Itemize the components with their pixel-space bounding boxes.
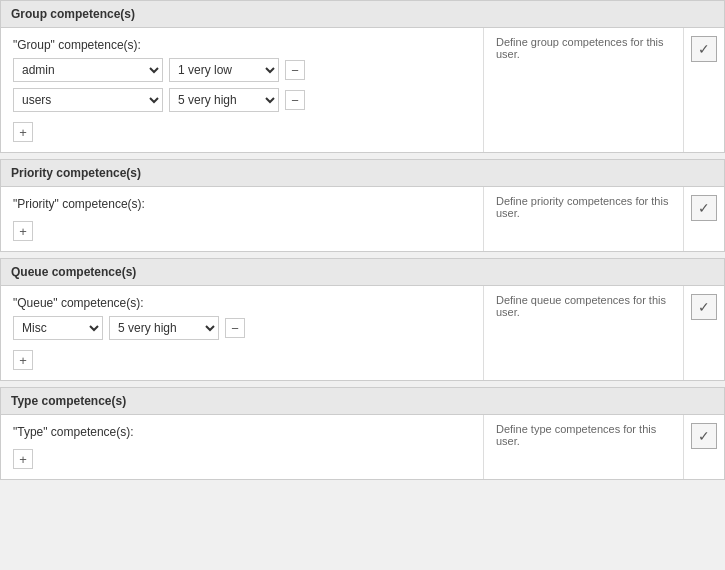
section-header-group: Group competence(s) [1, 1, 724, 28]
check-button-priority[interactable]: ✓ [691, 195, 717, 221]
section-left-queue: "Queue" competence(s):Misc1 very low2 lo… [1, 286, 484, 380]
section-right-priority: ✓ [684, 187, 724, 251]
section-left-priority: "Priority" competence(s):+ [1, 187, 484, 251]
select-level-group-1[interactable]: 1 very low2 low3 normal4 high5 very high [169, 88, 279, 112]
section-right-queue: ✓ [684, 286, 724, 380]
remove-button-group-1[interactable]: − [285, 90, 305, 110]
section-priority: Priority competence(s)"Priority" compete… [0, 159, 725, 252]
section-description-type: Define type competences for this user. [484, 415, 684, 479]
add-button-queue[interactable]: + [13, 350, 33, 370]
section-body-queue: "Queue" competence(s):Misc1 very low2 lo… [1, 286, 724, 380]
select-group-group-1[interactable]: adminusers [13, 88, 163, 112]
section-description-priority: Define priority competences for this use… [484, 187, 684, 251]
select-level-queue-0[interactable]: 1 very low2 low3 normal4 high5 very high [109, 316, 219, 340]
section-group: Group competence(s)"Group" competence(s)… [0, 0, 725, 153]
section-right-group: ✓ [684, 28, 724, 152]
row-queue-0: Misc1 very low2 low3 normal4 high5 very … [13, 316, 471, 340]
section-queue: Queue competence(s)"Queue" competence(s)… [0, 258, 725, 381]
section-body-type: "Type" competence(s):+Define type compet… [1, 415, 724, 479]
add-button-priority[interactable]: + [13, 221, 33, 241]
section-header-type: Type competence(s) [1, 388, 724, 415]
check-button-type[interactable]: ✓ [691, 423, 717, 449]
section-header-queue: Queue competence(s) [1, 259, 724, 286]
check-icon-group: ✓ [698, 41, 710, 57]
section-description-queue: Define queue competences for this user. [484, 286, 684, 380]
check-button-group[interactable]: ✓ [691, 36, 717, 62]
section-header-priority: Priority competence(s) [1, 160, 724, 187]
select-group-queue-0[interactable]: Misc [13, 316, 103, 340]
check-icon-type: ✓ [698, 428, 710, 444]
section-description-group: Define group competences for this user. [484, 28, 684, 152]
check-icon-queue: ✓ [698, 299, 710, 315]
row-group-1: adminusers1 very low2 low3 normal4 high5… [13, 88, 471, 112]
remove-button-queue-0[interactable]: − [225, 318, 245, 338]
section-body-group: "Group" competence(s):adminusers1 very l… [1, 28, 724, 152]
remove-button-group-0[interactable]: − [285, 60, 305, 80]
select-level-group-0[interactable]: 1 very low2 low3 normal4 high5 very high [169, 58, 279, 82]
section-label-priority: "Priority" competence(s): [13, 197, 471, 211]
section-label-queue: "Queue" competence(s): [13, 296, 471, 310]
section-type: Type competence(s)"Type" competence(s):+… [0, 387, 725, 480]
section-left-type: "Type" competence(s):+ [1, 415, 484, 479]
check-icon-priority: ✓ [698, 200, 710, 216]
section-right-type: ✓ [684, 415, 724, 479]
row-group-0: adminusers1 very low2 low3 normal4 high5… [13, 58, 471, 82]
select-group-group-0[interactable]: adminusers [13, 58, 163, 82]
section-label-type: "Type" competence(s): [13, 425, 471, 439]
add-button-group[interactable]: + [13, 122, 33, 142]
check-button-queue[interactable]: ✓ [691, 294, 717, 320]
section-left-group: "Group" competence(s):adminusers1 very l… [1, 28, 484, 152]
add-button-type[interactable]: + [13, 449, 33, 469]
section-body-priority: "Priority" competence(s):+Define priorit… [1, 187, 724, 251]
section-label-group: "Group" competence(s): [13, 38, 471, 52]
